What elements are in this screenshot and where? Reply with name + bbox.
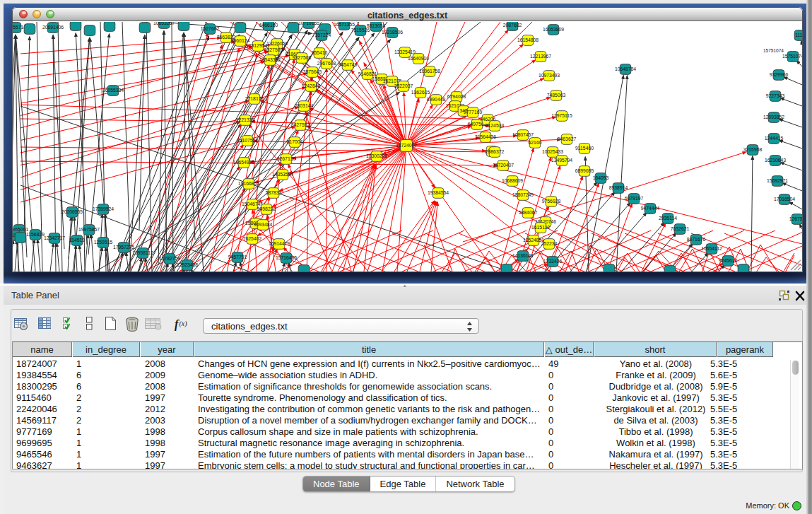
svg-text:587833: 587833: [266, 190, 282, 195]
svg-text:18300295: 18300295: [366, 153, 387, 158]
svg-text:2967608: 2967608: [317, 61, 336, 66]
svg-text:9327503: 9327503: [264, 47, 283, 52]
svg-text:16961758: 16961758: [419, 69, 440, 74]
svg-text:8990448: 8990448: [427, 97, 446, 102]
svg-text:8960124: 8960124: [231, 38, 250, 43]
svg-text:16053809: 16053809: [543, 27, 564, 32]
svg-text:9245612: 9245612: [719, 258, 738, 263]
svg-text:1244415: 1244415: [765, 136, 784, 141]
svg-text:15751074: 15751074: [763, 48, 784, 53]
svg-text:1733426: 1733426: [543, 259, 563, 264]
svg-text:817004: 817004: [287, 139, 303, 144]
svg-text:10973493: 10973493: [539, 73, 560, 78]
svg-text:16107552: 16107552: [237, 138, 258, 143]
svg-text:155416: 155416: [312, 50, 328, 55]
svg-text:9457791: 9457791: [228, 255, 247, 259]
svg-text:7625402: 7625402: [243, 236, 262, 241]
svg-text:10958117: 10958117: [132, 250, 153, 255]
svg-text:17359924: 17359924: [93, 206, 114, 211]
svg-text:7357224: 7357224: [312, 33, 331, 37]
svg-text:1221339: 1221339: [236, 117, 255, 122]
svg-text:16210643: 16210643: [765, 158, 786, 163]
svg-text:12093852: 12093852: [763, 115, 784, 119]
svg-text:16571355: 16571355: [334, 22, 355, 27]
svg-text:1156829: 1156829: [26, 232, 45, 237]
svg-text:19166855: 19166855: [238, 181, 259, 186]
svg-text:12342717: 12342717: [44, 235, 65, 240]
svg-text:3124534: 3124534: [486, 123, 505, 128]
svg-text:3267130: 3267130: [277, 156, 296, 161]
svg-text:2718176: 2718176: [245, 96, 264, 101]
svg-text:14136141: 14136141: [512, 253, 534, 258]
svg-text:2935114: 2935114: [659, 216, 677, 221]
svg-text:19218506: 19218506: [382, 30, 403, 35]
svg-text:114519: 114519: [69, 238, 85, 243]
svg-text:3215958: 3215958: [743, 147, 763, 152]
svg-text:9093484: 9093484: [254, 222, 273, 227]
svg-text:7485063: 7485063: [547, 93, 566, 98]
svg-text:12213967: 12213967: [530, 54, 551, 59]
svg-text:9327508: 9327508: [293, 55, 312, 60]
svg-text:16055334: 16055334: [102, 88, 124, 93]
svg-text:16914479: 16914479: [269, 241, 290, 246]
svg-text:9146821: 9146821: [358, 71, 377, 76]
svg-text:7632621: 7632621: [671, 226, 690, 231]
svg-text:252234: 252234: [541, 241, 558, 246]
svg-text:9474444: 9474444: [641, 206, 660, 211]
svg-text:1362615: 1362615: [411, 90, 430, 95]
svg-text:9115460: 9115460: [575, 146, 594, 151]
svg-text:6879197: 6879197: [625, 196, 644, 201]
svg-text:13495794: 13495794: [551, 158, 572, 163]
svg-text:10654112: 10654112: [701, 246, 722, 251]
svg-text:9242848: 9242848: [302, 83, 321, 88]
svg-text:15692971: 15692971: [767, 178, 788, 183]
svg-text:6794028: 6794028: [447, 94, 466, 99]
svg-text:17016504: 17016504: [774, 197, 795, 201]
svg-text:15716485: 15716485: [276, 255, 297, 260]
svg-text:21564436: 21564436: [475, 134, 496, 139]
svg-text:1615112: 1615112: [531, 225, 550, 230]
svg-text:18807249: 18807249: [512, 192, 534, 197]
svg-text:20206555: 20206555: [61, 209, 83, 214]
svg-text:8471676: 8471676: [687, 237, 706, 242]
svg-text:10688609: 10688609: [502, 178, 523, 183]
svg-text:10653267: 10653267: [153, 22, 175, 25]
svg-text:6899695: 6899695: [575, 168, 594, 173]
svg-text:12975115: 12975115: [551, 113, 572, 118]
svg-text:3875645: 3875645: [303, 69, 322, 74]
svg-text:5498222: 5498222: [257, 206, 276, 211]
svg-text:17957275: 17957275: [113, 245, 134, 250]
svg-text:1527602: 1527602: [201, 26, 220, 31]
svg-text:15046745: 15046745: [242, 201, 263, 206]
svg-text:19975857: 19975857: [78, 227, 100, 232]
svg-text:20691406: 20691406: [42, 25, 64, 30]
svg-text:6466160: 6466160: [259, 23, 278, 28]
svg-text:(x): (x): [180, 320, 188, 328]
svg-text:16154808: 16154808: [517, 37, 539, 42]
svg-text:10719155: 10719155: [298, 22, 319, 25]
svg-text:16543362: 16543362: [259, 57, 281, 62]
svg-text:10807457: 10807457: [512, 132, 534, 137]
svg-text:9329966: 9329966: [770, 72, 789, 77]
svg-text:12923468: 12923468: [177, 262, 198, 267]
svg-text:16782759: 16782759: [159, 256, 180, 261]
svg-text:16640910: 16640910: [408, 56, 429, 61]
svg-text:62160: 62160: [529, 140, 542, 145]
svg-text:10648784: 10648784: [615, 66, 636, 71]
svg-text:18724007: 18724007: [396, 143, 417, 148]
svg-text:126753: 126753: [789, 216, 802, 221]
svg-text:9227343: 9227343: [766, 93, 785, 98]
svg-text:14353594: 14353594: [272, 172, 293, 177]
svg-text:8813054: 8813054: [367, 23, 386, 28]
svg-text:1112: 1112: [795, 33, 802, 37]
svg-text:13325419: 13325419: [394, 49, 416, 54]
svg-text:3822037: 3822037: [394, 83, 413, 88]
svg-text:5884067: 5884067: [519, 210, 538, 215]
svg-text:1250515: 1250515: [94, 240, 113, 245]
svg-text:19654935: 19654935: [233, 160, 254, 165]
svg-text:19384554: 19384554: [428, 190, 449, 195]
svg-text:8427552: 8427552: [291, 122, 310, 127]
svg-text:2986372: 2986372: [486, 149, 505, 154]
svg-text:8454749: 8454749: [339, 62, 358, 67]
svg-text:8938914: 8938914: [609, 185, 628, 190]
